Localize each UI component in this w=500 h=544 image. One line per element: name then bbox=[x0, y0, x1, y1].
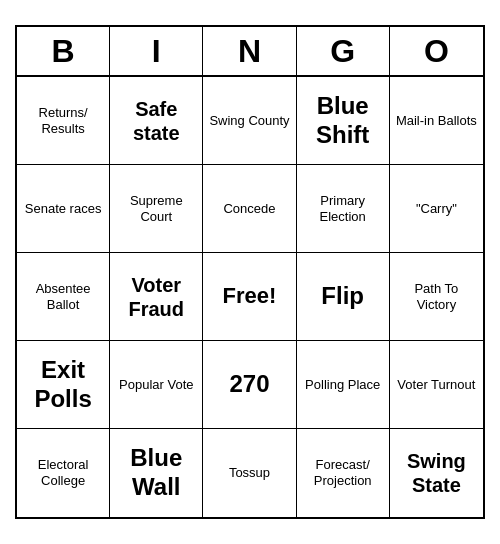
bingo-cell-1[interactable]: Safe state bbox=[110, 77, 203, 165]
bingo-cell-24[interactable]: Swing State bbox=[390, 429, 483, 517]
header-n: N bbox=[203, 27, 296, 75]
bingo-cell-10[interactable]: Absentee Ballot bbox=[17, 253, 110, 341]
bingo-cell-7[interactable]: Concede bbox=[203, 165, 296, 253]
bingo-cell-16[interactable]: Popular Vote bbox=[110, 341, 203, 429]
bingo-cell-3[interactable]: Blue Shift bbox=[297, 77, 390, 165]
header-g: G bbox=[297, 27, 390, 75]
bingo-cell-5[interactable]: Senate races bbox=[17, 165, 110, 253]
bingo-cell-18[interactable]: Polling Place bbox=[297, 341, 390, 429]
bingo-cell-12[interactable]: Free! bbox=[203, 253, 296, 341]
bingo-cell-8[interactable]: Primary Election bbox=[297, 165, 390, 253]
bingo-cell-9[interactable]: "Carry" bbox=[390, 165, 483, 253]
bingo-cell-23[interactable]: Forecast/ Projection bbox=[297, 429, 390, 517]
bingo-grid: Returns/ ResultsSafe stateSwing CountyBl… bbox=[17, 77, 483, 517]
bingo-cell-13[interactable]: Flip bbox=[297, 253, 390, 341]
bingo-cell-17[interactable]: 270 bbox=[203, 341, 296, 429]
bingo-card: B I N G O Returns/ ResultsSafe stateSwin… bbox=[15, 25, 485, 519]
header-o: O bbox=[390, 27, 483, 75]
header-i: I bbox=[110, 27, 203, 75]
bingo-cell-6[interactable]: Supreme Court bbox=[110, 165, 203, 253]
bingo-cell-22[interactable]: Tossup bbox=[203, 429, 296, 517]
bingo-cell-14[interactable]: Path To Victory bbox=[390, 253, 483, 341]
bingo-cell-11[interactable]: Voter Fraud bbox=[110, 253, 203, 341]
bingo-cell-15[interactable]: Exit Polls bbox=[17, 341, 110, 429]
bingo-cell-0[interactable]: Returns/ Results bbox=[17, 77, 110, 165]
bingo-cell-4[interactable]: Mail-in Ballots bbox=[390, 77, 483, 165]
header-b: B bbox=[17, 27, 110, 75]
bingo-cell-2[interactable]: Swing County bbox=[203, 77, 296, 165]
bingo-cell-21[interactable]: Blue Wall bbox=[110, 429, 203, 517]
bingo-cell-19[interactable]: Voter Turnout bbox=[390, 341, 483, 429]
bingo-cell-20[interactable]: Electoral College bbox=[17, 429, 110, 517]
bingo-header: B I N G O bbox=[17, 27, 483, 77]
